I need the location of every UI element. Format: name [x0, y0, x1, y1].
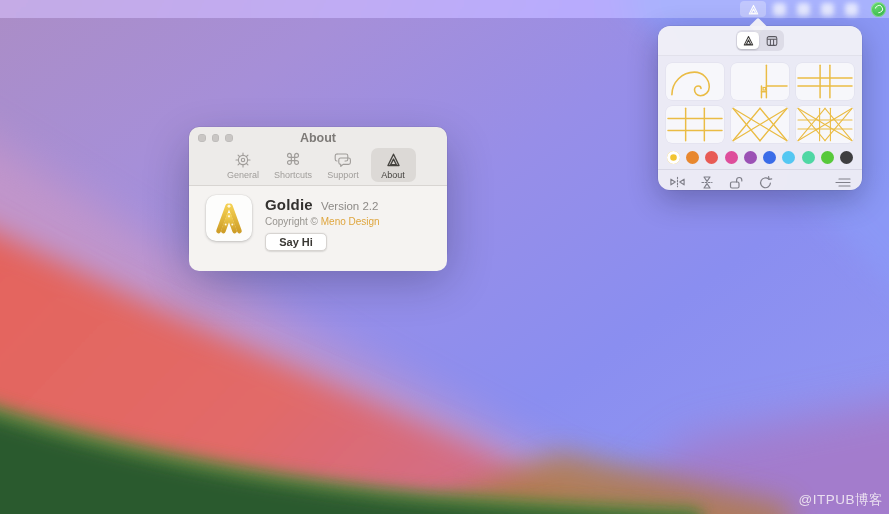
- about-window: About General ⌘: [189, 127, 447, 262]
- copyright-prefix: Copyright ©: [265, 216, 321, 227]
- line-weight-icon[interactable]: [835, 176, 851, 189]
- app-version: Version 2.2: [321, 200, 379, 212]
- tab-label: Shortcuts: [274, 170, 312, 180]
- chat-bubbles-icon: [334, 150, 353, 169]
- goldie-menu-bar-icon[interactable]: [740, 1, 766, 17]
- mode-segmented-control: [736, 30, 784, 51]
- preferences-toolbar: General ⌘ Shortcuts Support: [189, 148, 447, 186]
- color-swatch[interactable]: [725, 151, 738, 164]
- tab-label: About: [381, 170, 405, 180]
- segment-layout-table[interactable]: [761, 32, 783, 49]
- status-icon-blurred[interactable]: [845, 3, 858, 16]
- tab-about[interactable]: About: [371, 148, 416, 182]
- rotate-icon[interactable]: [758, 175, 773, 190]
- color-swatch[interactable]: [782, 151, 795, 164]
- goldie-logo-icon: [385, 150, 402, 169]
- table-icon: [765, 34, 779, 48]
- menu-status-icons: [773, 3, 869, 16]
- flip-vertical-icon[interactable]: [700, 175, 714, 190]
- flip-horizontal-icon[interactable]: [669, 175, 686, 189]
- command-icon: ⌘: [285, 150, 301, 169]
- tile-golden-diagonals[interactable]: [731, 106, 789, 143]
- color-swatch[interactable]: [840, 151, 853, 164]
- meno-design-link[interactable]: Meno Design: [321, 216, 380, 227]
- tile-golden-spiral[interactable]: [666, 63, 724, 100]
- app-name: Goldie: [265, 196, 313, 213]
- gear-icon: [234, 150, 252, 169]
- goldie-popover: [658, 26, 862, 190]
- popover-header: [658, 26, 862, 56]
- goldie-logo-icon: [742, 34, 755, 47]
- tile-combined-grid-diagonals[interactable]: [796, 106, 854, 143]
- color-swatch[interactable]: [821, 151, 834, 164]
- status-icon-blurred[interactable]: [797, 3, 810, 16]
- window-title: About: [189, 131, 447, 145]
- tile-rule-of-thirds-grid[interactable]: [666, 106, 724, 143]
- status-icon-blurred[interactable]: [821, 3, 834, 16]
- tab-label: Support: [327, 170, 359, 180]
- tile-phi-grid[interactable]: [796, 63, 854, 100]
- about-content: Goldie Version 2.2 Copyright © Meno Desi…: [189, 186, 447, 271]
- color-swatch[interactable]: [744, 151, 757, 164]
- say-hi-button[interactable]: Say Hi: [265, 233, 327, 251]
- tab-support[interactable]: Support: [321, 148, 366, 182]
- color-swatch[interactable]: [802, 151, 815, 164]
- popover-toolbar: [658, 169, 862, 194]
- color-swatch[interactable]: [686, 151, 699, 164]
- overlay-tile-grid: [658, 56, 862, 147]
- swatch-row: [658, 147, 862, 167]
- tile-golden-sections[interactable]: [731, 63, 789, 100]
- menu-bar: [0, 0, 889, 18]
- color-swatch[interactable]: [667, 151, 680, 164]
- watermark: @ITPUB博客: [799, 491, 883, 509]
- copyright-line: Copyright © Meno Design: [265, 216, 380, 227]
- green-status-icon[interactable]: [871, 2, 886, 17]
- goldie-app-icon: [206, 195, 252, 241]
- status-icon-blurred[interactable]: [773, 3, 786, 16]
- tab-label: General: [227, 170, 259, 180]
- color-swatch[interactable]: [763, 151, 776, 164]
- color-swatch[interactable]: [705, 151, 718, 164]
- unlock-icon[interactable]: [728, 175, 744, 190]
- segment-goldie-overlays[interactable]: [737, 32, 759, 49]
- tab-shortcuts[interactable]: ⌘ Shortcuts: [271, 148, 316, 182]
- tab-general[interactable]: General: [221, 148, 266, 182]
- title-bar[interactable]: About: [189, 127, 447, 148]
